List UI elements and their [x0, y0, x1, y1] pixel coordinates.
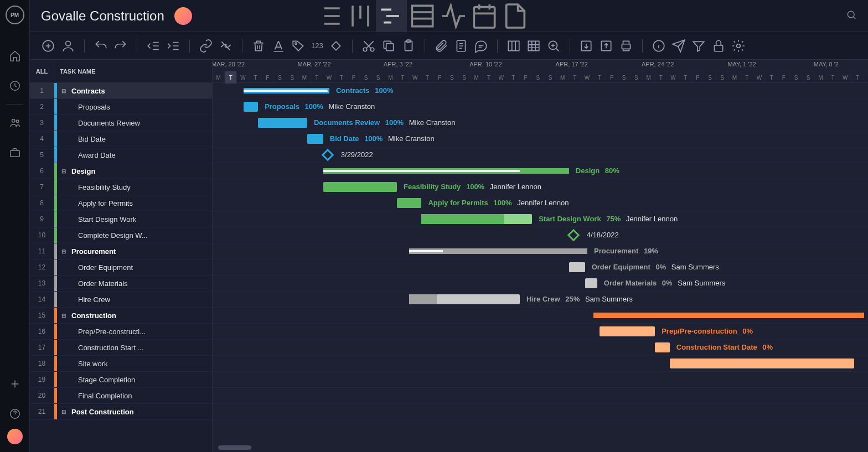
gantt-row[interactable]: Order Equipment 0% Sam Summers [213, 259, 868, 276]
gantt-group-bar[interactable] [323, 168, 569, 174]
note-button[interactable] [454, 39, 468, 53]
cut-button[interactable] [361, 39, 376, 53]
import-button[interactable] [579, 39, 593, 53]
task-row[interactable]: 14 Hire Crew [30, 292, 212, 308]
task-row[interactable]: 13 Order Materials [30, 276, 212, 292]
view-activity-icon[interactable] [438, 0, 469, 32]
gantt-task-bar[interactable] [655, 342, 670, 352]
tag-button[interactable] [291, 39, 306, 53]
outdent-button[interactable] [146, 39, 161, 53]
logo-icon[interactable]: PM [6, 6, 24, 24]
gantt-task-bar[interactable] [244, 102, 259, 112]
task-row[interactable]: 2 Proposals [30, 99, 212, 115]
lock-button[interactable] [711, 39, 726, 53]
task-row[interactable]: 12 Order Equipment [30, 259, 212, 276]
gantt-task-bar[interactable] [569, 262, 585, 272]
gantt-row[interactable]: Feasibility Study 100% Jennifer Lennon [213, 179, 868, 195]
col-header-name[interactable]: TASK NAME [54, 60, 212, 82]
collapse-icon[interactable]: ⊟ [59, 313, 68, 319]
view-calendar-icon[interactable] [469, 0, 500, 32]
collapse-icon[interactable]: ⊟ [59, 168, 68, 174]
gantt-task-bar[interactable] [600, 326, 655, 336]
gantt-task-bar[interactable] [323, 182, 397, 192]
indent-button[interactable] [166, 39, 180, 53]
project-avatar[interactable] [174, 7, 192, 25]
view-sheet-icon[interactable] [407, 0, 438, 32]
attach-button[interactable] [434, 39, 448, 53]
task-row[interactable]: 16 Prep/Pre-constructi... [30, 324, 212, 340]
gantt-row[interactable]: Documents Review 100% Mike Cranston [213, 115, 868, 131]
columns-button[interactable] [507, 39, 521, 53]
search-icon[interactable] [846, 9, 857, 22]
filter-button[interactable] [691, 39, 706, 53]
gantt-row[interactable]: Apply for Permits 100% Jennifer Lennon [213, 195, 868, 211]
task-row[interactable]: 9 Start Design Work [30, 211, 212, 227]
task-row[interactable]: 6 ⊟ Design [30, 163, 212, 179]
gantt-task-bar[interactable] [421, 214, 532, 224]
grid-button[interactable] [526, 39, 541, 53]
gantt-row[interactable]: Contracts 100% [213, 83, 868, 99]
gantt-group-bar[interactable] [409, 248, 587, 254]
gantt-row[interactable]: Bid Date 100% Mike Cranston [213, 131, 868, 147]
export-button[interactable] [599, 39, 613, 53]
horizontal-scrollbar[interactable] [218, 445, 251, 450]
collapse-icon[interactable]: ⊟ [59, 409, 68, 415]
gantt-chart[interactable]: MAR, 20 '22MAR, 27 '22APR, 3 '22APR, 10 … [213, 60, 868, 452]
gantt-task-bar[interactable] [258, 118, 307, 128]
milestone-button[interactable] [329, 39, 343, 53]
task-row[interactable]: 17 Construction Start ... [30, 340, 212, 356]
task-row[interactable]: 10 Complete Design W... [30, 227, 212, 243]
task-row[interactable]: 11 ⊟ Procurement [30, 243, 212, 259]
info-button[interactable] [652, 39, 666, 53]
gantt-task-bar[interactable] [307, 134, 323, 144]
help-icon[interactable] [9, 408, 21, 420]
gantt-row[interactable]: Proposals 100% Mike Cranston [213, 99, 868, 115]
number-format-button[interactable]: 123 [311, 41, 323, 50]
gantt-row[interactable] [213, 308, 868, 324]
home-icon[interactable] [9, 50, 21, 62]
collapse-icon[interactable]: ⊟ [59, 248, 68, 254]
print-button[interactable] [619, 39, 633, 53]
task-row[interactable]: 3 Documents Review [30, 115, 212, 131]
gantt-row[interactable]: Order Materials 0% Sam Summers [213, 276, 868, 292]
people-icon[interactable] [9, 117, 21, 129]
text-format-button[interactable] [271, 39, 286, 53]
gantt-group-bar[interactable] [244, 88, 329, 93]
user-avatar-icon[interactable] [7, 429, 23, 444]
gantt-row[interactable]: Start Design Work 75% Jennifer Lennon [213, 211, 868, 227]
add-icon[interactable] [9, 378, 21, 390]
gantt-milestone[interactable] [567, 229, 580, 242]
clock-icon[interactable] [9, 80, 21, 92]
briefcase-icon[interactable] [9, 147, 21, 159]
gantt-row[interactable] [213, 404, 868, 420]
view-list-icon[interactable] [314, 0, 345, 32]
gantt-row[interactable]: Prep/Pre-construction 0% [213, 324, 868, 340]
link-button[interactable] [199, 39, 213, 53]
delete-button[interactable] [251, 39, 266, 53]
gantt-row[interactable] [213, 388, 868, 404]
task-row[interactable]: 4 Bid Date [30, 131, 212, 147]
view-gantt-icon[interactable] [376, 0, 407, 32]
task-row[interactable]: 19 Stage Completion [30, 372, 212, 388]
task-row[interactable]: 5 Award Date [30, 147, 212, 163]
task-row[interactable]: 7 Feasibility Study [30, 179, 212, 195]
gantt-group-bar[interactable] [593, 313, 864, 318]
task-row[interactable]: 21 ⊟ Post Construction [30, 404, 212, 420]
task-row[interactable]: 15 ⊟ Construction [30, 308, 212, 324]
redo-button[interactable] [113, 39, 128, 53]
zoom-button[interactable] [546, 39, 561, 53]
paste-button[interactable] [401, 39, 416, 53]
gantt-task-bar[interactable] [409, 294, 520, 304]
comment-button[interactable] [474, 39, 488, 53]
gantt-row[interactable]: Design 80% [213, 163, 868, 179]
gantt-row[interactable]: Construction Start Date 0% [213, 340, 868, 356]
gantt-row[interactable]: 4/18/2022 [213, 227, 868, 243]
view-board-icon[interactable] [345, 0, 376, 32]
assign-button[interactable] [61, 39, 75, 53]
task-row[interactable]: 18 Site work [30, 356, 212, 372]
gantt-row[interactable]: Hire Crew 25% Sam Summers [213, 292, 868, 308]
gantt-row[interactable]: Procurement 19% [213, 243, 868, 259]
undo-button[interactable] [94, 39, 108, 53]
copy-button[interactable] [381, 39, 396, 53]
collapse-icon[interactable]: ⊟ [59, 88, 68, 94]
